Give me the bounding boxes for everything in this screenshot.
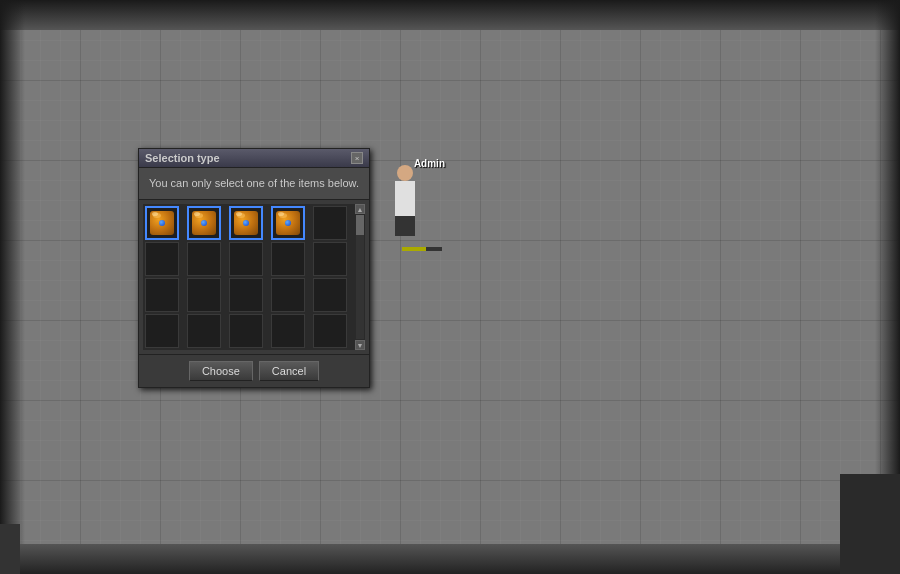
character-sprite: [390, 165, 420, 245]
grid-cell-13[interactable]: [229, 278, 263, 312]
scrollbar-track: [356, 215, 364, 339]
edge-top: [0, 0, 900, 30]
corner-bottom-right: [840, 474, 900, 574]
selection-dialog: Selection type × You can only select one…: [138, 148, 370, 388]
grid-cell-3[interactable]: [229, 206, 263, 240]
grid-cell-20[interactable]: [313, 314, 347, 348]
cancel-button[interactable]: Cancel: [259, 361, 319, 381]
scrollbar-up-button[interactable]: ▲: [355, 204, 365, 214]
grid-cell-6[interactable]: [145, 242, 179, 276]
grid-cell-19[interactable]: [271, 314, 305, 348]
dialog-titlebar: Selection type ×: [139, 149, 369, 168]
character-body: [395, 181, 415, 216]
scrollbar-down-button[interactable]: ▼: [355, 340, 365, 350]
dialog-buttons: Choose Cancel: [139, 354, 369, 387]
edge-bottom: [0, 544, 900, 574]
grid-cell-2[interactable]: [187, 206, 221, 240]
item-icon-2: [190, 209, 218, 237]
grid-cell-17[interactable]: [187, 314, 221, 348]
edge-left: [0, 0, 25, 574]
grid-cell-14[interactable]: [271, 278, 305, 312]
character-head: [397, 165, 413, 181]
choose-button[interactable]: Choose: [189, 361, 253, 381]
grid-cell-16[interactable]: [145, 314, 179, 348]
character-status-bar: [402, 247, 442, 251]
grid-cell-7[interactable]: [187, 242, 221, 276]
grid-cell-5[interactable]: [313, 206, 347, 240]
grid-cell-9[interactable]: [271, 242, 305, 276]
grid-cell-1[interactable]: [145, 206, 179, 240]
dialog-title: Selection type: [145, 152, 220, 164]
grid-scrollbar: ▲ ▼: [355, 204, 365, 350]
grid-cell-18[interactable]: [229, 314, 263, 348]
dialog-close-button[interactable]: ×: [351, 152, 363, 164]
status-bar-fill: [402, 247, 426, 251]
item-icon-4: [274, 209, 302, 237]
corner-bottom-left: [0, 524, 20, 574]
item-icon-3: [232, 209, 260, 237]
game-background: [0, 0, 900, 574]
grid-cell-4[interactable]: [271, 206, 305, 240]
floor-texture: [0, 0, 900, 574]
dialog-message: You can only select one of the items bel…: [139, 168, 369, 200]
scrollbar-thumb[interactable]: [356, 215, 364, 235]
item-grid: [143, 204, 355, 350]
grid-cell-10[interactable]: [313, 242, 347, 276]
grid-cell-12[interactable]: [187, 278, 221, 312]
item-grid-container: ▲ ▼: [139, 200, 369, 354]
character-legs: [395, 216, 415, 236]
item-icon-1: [148, 209, 176, 237]
grid-cell-15[interactable]: [313, 278, 347, 312]
grid-cell-8[interactable]: [229, 242, 263, 276]
grid-cell-11[interactable]: [145, 278, 179, 312]
